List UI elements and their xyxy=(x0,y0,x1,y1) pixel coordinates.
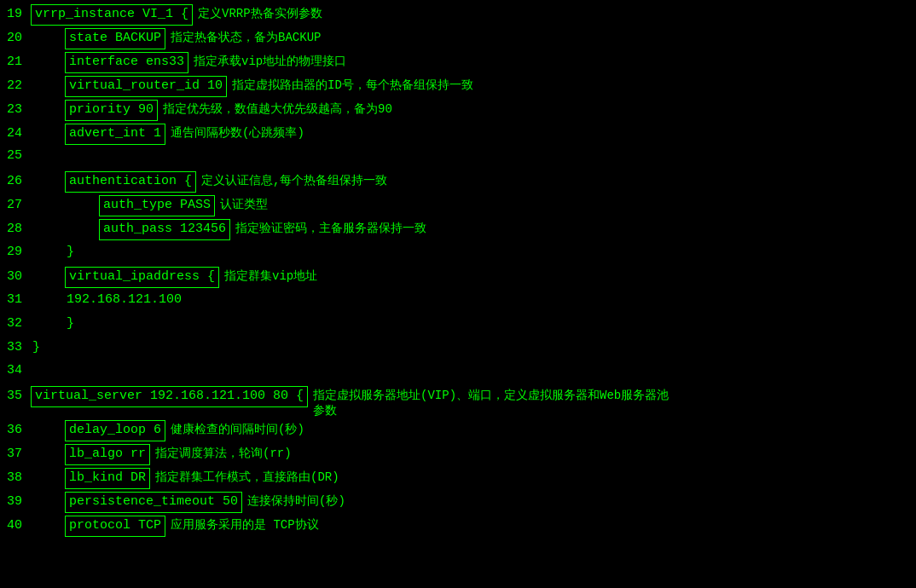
code-line: 32} xyxy=(0,314,916,337)
code-token: virtual_ipaddress { xyxy=(65,267,219,288)
code-line: 22virtual_router_id 10指定虚拟路由器的ID号，每个热备组保… xyxy=(0,75,916,99)
line-number: 24 xyxy=(0,125,31,143)
line-content: virtual_server 192.168.121.100 80 {指定虚拟服… xyxy=(31,386,916,418)
code-line: 23priority 90指定优先级，数值越大优先级越高，备为90 xyxy=(0,99,916,123)
line-number: 31 xyxy=(0,291,31,309)
code-line: 33} xyxy=(0,337,916,361)
code-token: persistence_timeout 50 xyxy=(65,492,242,513)
code-token: protocol TCP xyxy=(65,516,165,537)
code-comment: 定义VRRP热备实例参数 xyxy=(198,6,322,22)
code-line: 36delay_loop 6健康检查的间隔时间(秒) xyxy=(0,419,916,443)
code-line: 20state BACKUP指定热备状态，备为BACKUP xyxy=(0,27,916,51)
code-comment: 应用服务采用的是 TCP协议 xyxy=(171,517,319,533)
code-token: vrrp_instance VI_1 { xyxy=(31,4,193,26)
line-content: priority 90指定优先级，数值越大优先级越高，备为90 xyxy=(31,100,916,121)
line-content: delay_loop 6健康检查的间隔时间(秒) xyxy=(31,420,916,441)
code-line: 39persistence_timeout 50连接保持时间(秒) xyxy=(0,491,916,515)
code-line: 29} xyxy=(0,242,916,266)
line-content: persistence_timeout 50连接保持时间(秒) xyxy=(31,492,916,513)
code-line: 26authentication {定义认证信息,每个热备组保持一致 xyxy=(0,170,916,194)
code-line: 34 xyxy=(0,361,916,385)
plain-code: } xyxy=(65,314,76,334)
line-number: 39 xyxy=(0,493,31,511)
line-number: 40 xyxy=(0,517,31,535)
code-comment: 指定群集工作模式，直接路由(DR) xyxy=(155,470,339,486)
code-token: priority 90 xyxy=(65,100,158,121)
line-content: vrrp_instance VI_1 {定义VRRP热备实例参数 xyxy=(31,4,916,26)
plain-code: } xyxy=(65,243,76,262)
code-comment: 通告间隔秒数(心跳频率) xyxy=(171,125,304,141)
code-line: 35virtual_server 192.168.121.100 80 {指定虚… xyxy=(0,385,916,419)
code-line: 30virtual_ipaddress {指定群集vip地址 xyxy=(0,266,916,290)
line-number: 29 xyxy=(0,244,31,262)
code-token: delay_loop 6 xyxy=(65,420,165,441)
plain-code: } xyxy=(31,338,42,358)
code-token: auth_type PASS xyxy=(99,195,215,216)
code-comment: 指定承载vip地址的物理接口 xyxy=(194,54,346,70)
line-number: 38 xyxy=(0,470,31,487)
line-content: auth_pass 123456指定验证密码，主备服务器保持一致 xyxy=(31,219,916,240)
line-number: 20 xyxy=(0,30,31,48)
code-line: 40protocol TCP应用服务采用的是 TCP协议 xyxy=(0,515,916,539)
code-comment: 认证类型 xyxy=(220,197,268,213)
line-content: } xyxy=(31,338,916,358)
plain-code: 192.168.121.100 xyxy=(65,291,183,310)
code-token: interface ens33 xyxy=(65,52,188,73)
code-line: 31 192.168.121.100 xyxy=(0,290,916,314)
code-token: state BACKUP xyxy=(65,28,165,49)
code-token: authentication { xyxy=(65,171,196,193)
line-number: 33 xyxy=(0,339,31,357)
code-comment: 指定调度算法，轮询(rr) xyxy=(155,446,292,462)
line-number: 32 xyxy=(0,315,31,333)
code-line: 24advert_int 1通告间隔秒数(心跳频率) xyxy=(0,123,916,147)
line-content: } xyxy=(31,243,916,262)
code-line: 27auth_type PASS认证类型 xyxy=(0,194,916,218)
line-number: 21 xyxy=(0,54,31,72)
code-line: 28auth_pass 123456指定验证密码，主备服务器保持一致 xyxy=(0,218,916,242)
code-comment: 指定验证密码，主备服务器保持一致 xyxy=(235,221,426,237)
code-line: 19vrrp_instance VI_1 {定义VRRP热备实例参数 xyxy=(0,3,916,27)
code-display: 19vrrp_instance VI_1 {定义VRRP热备实例参数20stat… xyxy=(0,0,916,542)
line-number: 36 xyxy=(0,422,31,440)
line-content: lb_kind DR指定群集工作模式，直接路由(DR) xyxy=(31,468,916,489)
line-content: virtual_ipaddress {指定群集vip地址 xyxy=(31,267,916,288)
line-number: 30 xyxy=(0,268,31,286)
line-number: 34 xyxy=(0,362,31,380)
code-comment: 定义认证信息,每个热备组保持一致 xyxy=(201,173,387,189)
line-content: authentication {定义认证信息,每个热备组保持一致 xyxy=(31,171,916,193)
code-line: 37lb_algo rr指定调度算法，轮询(rr) xyxy=(0,443,916,467)
code-token: virtual_server 192.168.121.100 80 { xyxy=(31,386,308,407)
line-number: 28 xyxy=(0,221,31,239)
line-number: 25 xyxy=(0,147,31,165)
line-number: 35 xyxy=(0,388,31,406)
line-number: 19 xyxy=(0,6,31,24)
line-content: state BACKUP指定热备状态，备为BACKUP xyxy=(31,28,916,49)
line-content: protocol TCP应用服务采用的是 TCP协议 xyxy=(31,516,916,537)
line-number: 22 xyxy=(0,78,31,95)
code-token: virtual_router_id 10 xyxy=(65,76,227,97)
code-comment: 指定虚拟路由器的ID号，每个热备组保持一致 xyxy=(232,78,473,94)
code-comment: 指定虚拟服务器地址(VIP)、端口，定义虚拟服务器和Web服务器池参数 xyxy=(313,388,671,418)
line-content: virtual_router_id 10指定虚拟路由器的ID号，每个热备组保持一… xyxy=(31,76,916,97)
code-comment: 健康检查的间隔时间(秒) xyxy=(171,422,304,438)
code-token: lb_kind DR xyxy=(65,468,150,489)
line-number: 26 xyxy=(0,173,31,191)
line-content: advert_int 1通告间隔秒数(心跳频率) xyxy=(31,124,916,145)
line-number: 37 xyxy=(0,446,31,464)
code-token: lb_algo rr xyxy=(65,444,150,465)
line-number: 23 xyxy=(0,101,31,119)
code-token: advert_int 1 xyxy=(65,124,165,145)
code-line: 21interface ens33指定承载vip地址的物理接口 xyxy=(0,51,916,75)
code-line: 38lb_kind DR指定群集工作模式，直接路由(DR) xyxy=(0,467,916,491)
line-content: 192.168.121.100 xyxy=(31,291,916,310)
code-comment: 指定热备状态，备为BACKUP xyxy=(171,30,321,46)
line-content: } xyxy=(31,314,916,334)
code-line: 25 xyxy=(0,147,916,170)
line-number: 27 xyxy=(0,197,31,215)
code-comment: 连接保持时间(秒) xyxy=(247,493,345,510)
code-token: auth_pass 123456 xyxy=(99,219,230,240)
line-content: interface ens33指定承载vip地址的物理接口 xyxy=(31,52,916,73)
code-comment: 指定优先级，数值越大优先级越高，备为90 xyxy=(163,101,392,118)
line-content: auth_type PASS认证类型 xyxy=(31,195,916,216)
line-content: lb_algo rr指定调度算法，轮询(rr) xyxy=(31,444,916,465)
